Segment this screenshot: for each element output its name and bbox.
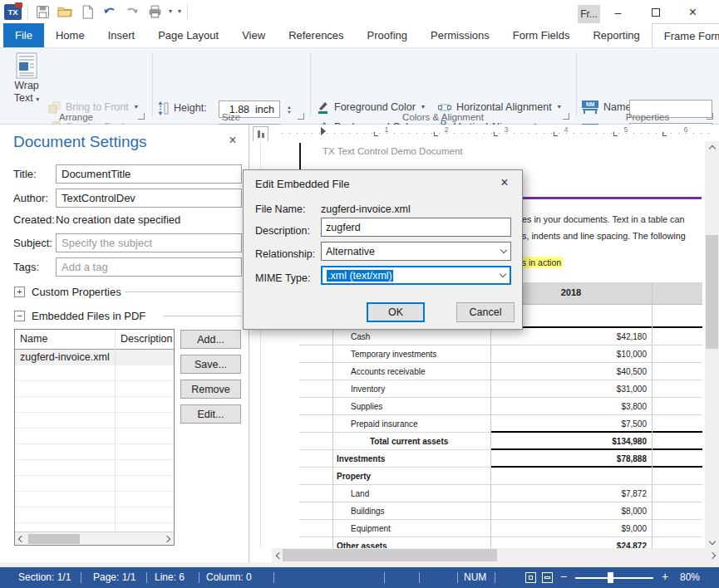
doc-table-row: Equipment$9,000 (299, 520, 702, 537)
scrollbar-thumb[interactable] (706, 235, 718, 349)
chevron-down-icon (500, 271, 506, 277)
table-horizontal-scrollbar[interactable] (15, 532, 174, 545)
fit-width-icon[interactable] (542, 572, 553, 583)
row-label: Buildings (351, 507, 385, 516)
description-input[interactable] (321, 218, 511, 237)
tab-file[interactable]: File (3, 23, 44, 47)
new-document-button[interactable] (79, 3, 96, 20)
redo-button[interactable] (124, 3, 140, 20)
undo-button[interactable] (101, 3, 118, 20)
zoom-slider[interactable] (575, 577, 653, 579)
horizontal-scrollbar[interactable] (272, 548, 719, 562)
print-dropdown-arrow[interactable]: ▾ (169, 8, 172, 15)
mime-type-value: .xml (text/xml) (327, 270, 393, 282)
open-button[interactable] (57, 3, 73, 20)
fit-page-icon[interactable] (525, 572, 536, 583)
embedded-files-table[interactable]: Name Description zugferd-invoice.xml (14, 329, 175, 546)
scroll-up-arrow[interactable] (705, 141, 719, 155)
tab-form-fields[interactable]: Form Fields (501, 23, 582, 47)
subject-field-label: Subject: (13, 237, 52, 249)
ruler-number: 4 (564, 125, 568, 134)
row-label: Inventory (351, 385, 385, 394)
scrollbar-thumb[interactable] (283, 549, 497, 561)
doc-table-row: Land$7,872 (299, 485, 702, 502)
row-label: Accounts receivable (351, 367, 426, 376)
wrap-text-button[interactable]: Wrap Text ▾ (7, 52, 46, 117)
column-divider (115, 330, 116, 532)
tab-proofing[interactable]: Proofing (356, 23, 419, 47)
status-line[interactable]: Line: 6 (155, 571, 185, 583)
tab-stop-marker (494, 132, 498, 136)
add-button[interactable]: Add... (180, 330, 241, 349)
maximize-button[interactable] (637, 0, 674, 25)
file-name-label: File Name: (255, 203, 305, 215)
zoom-level: 80% (680, 571, 700, 583)
cancel-button[interactable]: Cancel (456, 302, 515, 322)
minimize-button[interactable]: – (599, 0, 637, 25)
ruler-number: 5 (623, 125, 628, 134)
zoom-slider-thumb[interactable] (608, 572, 613, 583)
first-line-indent-marker[interactable] (321, 127, 326, 135)
status-page[interactable]: Page: 1/1 (93, 571, 135, 583)
custom-properties-expander[interactable]: + (14, 287, 25, 297)
tab-stop-marker (554, 132, 558, 136)
column-header-name: Name (20, 333, 47, 345)
title-field[interactable] (56, 164, 242, 184)
scroll-right-arrow[interactable] (705, 548, 719, 562)
document-text-line: s, indents and line spacing. The followi… (522, 231, 686, 241)
doc-table-row: Prepaid insurance$7,500 (299, 415, 702, 433)
tab-frame-formatting[interactable]: Frame Formatting (652, 23, 719, 47)
tab-view[interactable]: View (230, 23, 277, 47)
table-header: Name Description (15, 330, 174, 350)
colors-alignment-dialog-launcher[interactable] (563, 113, 569, 120)
embedded-files-collapser[interactable]: − (14, 311, 25, 321)
ruler-number: 6 (683, 125, 687, 134)
row-value: $40,500 (617, 367, 647, 376)
tab-strip: FileHomeInsertPage LayoutViewReferencesP… (0, 23, 719, 47)
mime-type-dropdown[interactable]: .xml (text/xml) (321, 266, 511, 285)
print-icon (148, 5, 162, 18)
zoom-out-button[interactable]: − (560, 570, 567, 583)
relationship-dropdown[interactable]: Alternative (321, 242, 511, 261)
save-as-button[interactable]: Save... (180, 355, 241, 374)
tab-page-layout[interactable]: Page Layout (146, 23, 230, 47)
group-separator (310, 52, 311, 117)
tab-reporting[interactable]: Reporting (581, 23, 651, 47)
subject-field[interactable] (56, 233, 242, 252)
scroll-down-arrow[interactable] (705, 534, 719, 548)
close-window-button[interactable]: × (674, 0, 712, 25)
scroll-left-arrow[interactable] (15, 532, 28, 545)
properties-dialog-launcher[interactable] (707, 113, 713, 120)
status-section[interactable]: Section: 1/1 (18, 571, 71, 583)
zoom-in-button[interactable]: + (662, 570, 668, 583)
open-folder-icon (57, 5, 72, 18)
author-field[interactable] (56, 189, 242, 208)
group-separator (576, 52, 577, 117)
qat-customize-arrow[interactable]: ▾ (178, 8, 181, 15)
tab-references[interactable]: References (277, 23, 355, 47)
tab-insert[interactable]: Insert (96, 23, 147, 47)
row-label: Prepaid insurance (351, 419, 418, 429)
status-num-lock: NUM (464, 571, 486, 583)
remove-button[interactable]: Remove (180, 380, 241, 399)
wrap-text-icon (16, 52, 37, 79)
arrange-dialog-launcher[interactable] (138, 113, 145, 120)
size-dialog-launcher[interactable] (298, 113, 304, 120)
tags-field[interactable] (56, 257, 242, 277)
scrollbar-thumb[interactable] (28, 534, 80, 544)
save-button[interactable] (34, 3, 51, 20)
table-row[interactable]: zugferd-invoice.xml (15, 350, 174, 365)
ok-button[interactable]: OK (367, 302, 425, 322)
embedded-files-label: Embedded Files in PDF (32, 310, 145, 322)
edit-button[interactable]: Edit... (180, 404, 241, 424)
vertical-scrollbar[interactable] (705, 141, 719, 548)
tab-permissions[interactable]: Permissions (419, 23, 501, 47)
tab-home[interactable]: Home (44, 23, 96, 47)
dialog-close-icon[interactable]: × (495, 175, 514, 190)
scroll-right-arrow[interactable] (160, 532, 174, 545)
row-label: Temporary investments (351, 350, 436, 359)
status-column[interactable]: Column: 0 (206, 571, 252, 583)
panel-close-icon[interactable]: × (224, 133, 241, 148)
row-label: Investments (337, 454, 385, 463)
print-button[interactable] (146, 3, 163, 20)
